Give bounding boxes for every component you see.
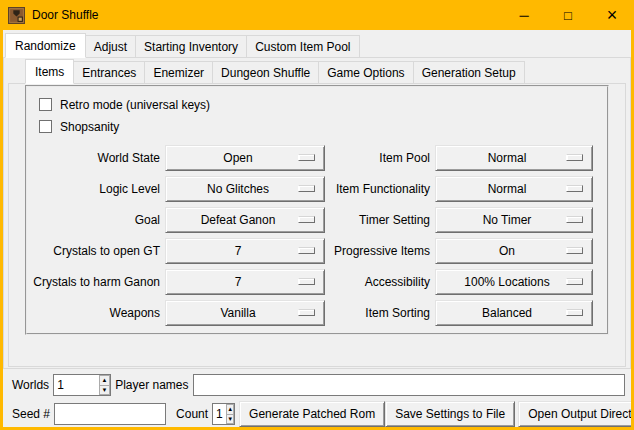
- weapons-dropdown[interactable]: Vanilla: [165, 300, 325, 326]
- progressive-items-label: Progressive Items: [330, 244, 430, 258]
- shopsanity-checkbox-row: Shopsanity: [39, 117, 607, 136]
- count-label: Count: [176, 407, 208, 421]
- dropdown-indicator-icon: [566, 185, 583, 192]
- accessibility-label: Accessibility: [330, 275, 430, 289]
- generate-rom-button[interactable]: Generate Patched Rom: [239, 401, 385, 427]
- timer-setting-dropdown[interactable]: No Timer: [435, 207, 593, 233]
- window-title: Door Shuffle: [32, 8, 99, 22]
- tab-randomize[interactable]: Randomize: [5, 33, 86, 58]
- worlds-label: Worlds: [12, 378, 49, 392]
- shopsanity-checkbox[interactable]: [39, 120, 52, 133]
- retro-mode-label: Retro mode (universal keys): [60, 98, 210, 112]
- multiworld-row: Worlds ▲ ▼ Player names: [3, 373, 631, 397]
- worlds-input[interactable]: [54, 375, 98, 395]
- count-input[interactable]: [213, 404, 226, 424]
- worlds-spinbox: ▲ ▼: [53, 374, 111, 396]
- tab-game-options[interactable]: Game Options: [318, 61, 413, 84]
- dropdown-indicator-icon: [298, 247, 315, 254]
- app-window: Door Shuffle ─ □ × Randomize Adjust Star…: [0, 0, 634, 430]
- tab-items[interactable]: Items: [25, 59, 74, 84]
- sub-tab-bar: Items Entrances Enemizer Dungeon Shuffle…: [25, 59, 630, 84]
- door-icon: [8, 7, 25, 24]
- dropdown-indicator-icon: [298, 154, 315, 161]
- options-grid: World State Open Item Pool Normal Logic …: [27, 139, 607, 329]
- player-names-label: Player names: [115, 378, 188, 392]
- item-sorting-label: Item Sorting: [330, 306, 430, 320]
- window-controls: ─ □ ×: [502, 0, 634, 30]
- count-spin-arrows: ▲ ▼: [226, 404, 234, 424]
- crystals-gt-dropdown[interactable]: 7: [165, 238, 325, 264]
- dropdown-indicator-icon: [566, 309, 583, 316]
- minimize-icon[interactable]: ─: [502, 0, 546, 30]
- world-state-label: World State: [29, 151, 160, 165]
- close-icon[interactable]: ×: [590, 0, 634, 30]
- goal-label: Goal: [29, 213, 160, 227]
- crystals-gt-label: Crystals to open GT: [29, 244, 160, 258]
- item-functionality-dropdown[interactable]: Normal: [435, 176, 593, 202]
- shopsanity-label: Shopsanity: [60, 120, 119, 134]
- seed-input[interactable]: [54, 403, 166, 425]
- seed-label: Seed #: [12, 407, 50, 421]
- spin-down-icon[interactable]: ▼: [226, 414, 234, 425]
- titlebar: Door Shuffle ─ □ ×: [0, 0, 634, 30]
- tab-adjust[interactable]: Adjust: [85, 35, 136, 58]
- spin-up-icon[interactable]: ▲: [226, 404, 234, 414]
- item-functionality-label: Item Functionality: [330, 182, 430, 196]
- dropdown-indicator-icon: [566, 154, 583, 161]
- item-pool-label: Item Pool: [330, 151, 430, 165]
- main-tab-bar: Randomize Adjust Starting Inventory Cust…: [5, 33, 631, 58]
- save-settings-button[interactable]: Save Settings to File: [385, 401, 515, 427]
- items-page: Retro mode (universal keys) Shopsanity W…: [8, 83, 626, 367]
- tab-generation-setup[interactable]: Generation Setup: [413, 61, 525, 84]
- timer-setting-label: Timer Setting: [330, 213, 430, 227]
- crystals-ganon-label: Crystals to harm Ganon: [29, 275, 160, 289]
- item-pool-dropdown[interactable]: Normal: [435, 145, 593, 171]
- logic-level-dropdown[interactable]: No Glitches: [165, 176, 325, 202]
- logic-level-label: Logic Level: [29, 182, 160, 196]
- dropdown-indicator-icon: [566, 278, 583, 285]
- player-names-input[interactable]: [193, 374, 626, 396]
- item-sorting-dropdown[interactable]: Balanced: [435, 300, 593, 326]
- dropdown-indicator-icon: [298, 309, 315, 316]
- crystals-ganon-dropdown[interactable]: 7: [165, 269, 325, 295]
- spin-down-icon[interactable]: ▼: [99, 385, 111, 396]
- progressive-items-dropdown[interactable]: On: [435, 238, 593, 264]
- window-body: Randomize Adjust Starting Inventory Cust…: [0, 30, 634, 430]
- goal-dropdown[interactable]: Defeat Ganon: [165, 207, 325, 233]
- tab-starting-inventory[interactable]: Starting Inventory: [135, 35, 247, 58]
- dropdown-indicator-icon: [566, 216, 583, 223]
- dropdown-indicator-icon: [298, 185, 315, 192]
- dropdown-indicator-icon: [566, 247, 583, 254]
- maximize-icon[interactable]: □: [546, 0, 590, 30]
- weapons-label: Weapons: [29, 306, 160, 320]
- retro-mode-checkbox[interactable]: [39, 98, 52, 111]
- dropdown-indicator-icon: [298, 216, 315, 223]
- worlds-spin-arrows: ▲ ▼: [99, 375, 111, 395]
- dropdown-indicator-icon: [298, 278, 315, 285]
- tab-dungeon-shuffle[interactable]: Dungeon Shuffle: [212, 61, 319, 84]
- retro-mode-checkbox-row: Retro mode (universal keys): [39, 95, 607, 114]
- accessibility-dropdown[interactable]: 100% Locations: [435, 269, 593, 295]
- world-state-dropdown[interactable]: Open: [165, 145, 325, 171]
- randomize-page: Items Entrances Enemizer Dungeon Shuffle…: [3, 57, 631, 369]
- spin-up-icon[interactable]: ▲: [99, 375, 111, 385]
- tab-entrances[interactable]: Entrances: [73, 61, 145, 84]
- generate-row: Seed # Count ▲ ▼ Generate Patched Rom Sa…: [3, 401, 631, 427]
- open-output-button[interactable]: Open Output Directory: [518, 401, 634, 427]
- tab-enemizer[interactable]: Enemizer: [144, 61, 213, 84]
- items-frame: Retro mode (universal keys) Shopsanity W…: [25, 85, 609, 335]
- tab-custom-item-pool[interactable]: Custom Item Pool: [246, 35, 359, 58]
- count-spinbox: ▲ ▼: [212, 403, 235, 425]
